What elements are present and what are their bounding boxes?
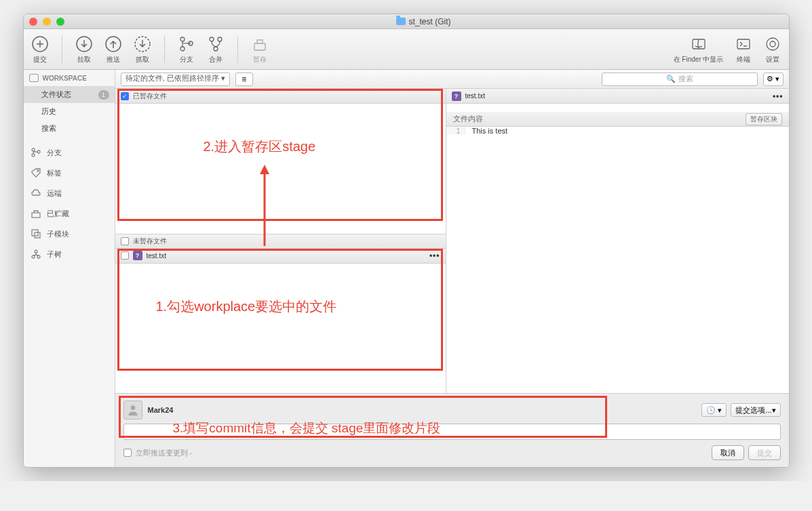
close-icon[interactable] bbox=[29, 18, 37, 26]
diff-file-header: ? test.txt ••• bbox=[446, 89, 789, 104]
sub-toolbar: 待定的文件, 已依照路径排序 ▾ ≡ 🔍 搜索 ⚙ ▾ bbox=[115, 70, 789, 89]
finder-icon bbox=[690, 35, 708, 53]
pull-button[interactable]: 拉取 bbox=[75, 35, 94, 64]
commit-button[interactable]: 提交 bbox=[748, 445, 781, 460]
line-number: 1 bbox=[446, 127, 465, 135]
pull-label: 拉取 bbox=[77, 55, 91, 64]
svg-rect-23 bbox=[35, 232, 40, 238]
svg-marker-28 bbox=[260, 165, 269, 174]
show-in-finder-button[interactable]: 在 Finder 中显示 bbox=[674, 35, 724, 64]
diff-file-icon: ? bbox=[452, 91, 461, 101]
stage-hunk-button[interactable]: 暂存区块 bbox=[746, 113, 782, 125]
view-settings-button[interactable]: ⚙ ▾ bbox=[763, 73, 784, 86]
svg-point-6 bbox=[180, 37, 185, 41]
staged-header: 已暂存文件 bbox=[115, 89, 446, 104]
commit-button[interactable]: 提交 bbox=[31, 35, 50, 64]
sidebar-item-subtrees[interactable]: 子树 bbox=[24, 244, 115, 264]
window-title: st_test (Git) bbox=[64, 17, 784, 26]
branch-label: 分支 bbox=[180, 55, 193, 64]
commit-author: Mark24 bbox=[148, 406, 174, 414]
diff-body: 1 This is test bbox=[446, 127, 789, 393]
annotation-2: 2.进入暂存区stage bbox=[204, 138, 316, 156]
sidebar-item-stashes[interactable]: 已贮藏 bbox=[24, 203, 115, 224]
sidebar-item-branches[interactable]: 分支 bbox=[24, 142, 115, 163]
file-name: test.txt bbox=[147, 252, 166, 260]
svg-point-26 bbox=[37, 256, 40, 258]
view-mode-button[interactable]: ≡ bbox=[235, 73, 253, 86]
svg-point-11 bbox=[214, 47, 218, 51]
sort-dropdown[interactable]: 待定的文件, 已依照路径排序 ▾ bbox=[121, 73, 230, 86]
cancel-button[interactable]: 取消 bbox=[712, 445, 744, 460]
merge-label: 合并 bbox=[209, 55, 223, 64]
svg-point-9 bbox=[210, 37, 214, 41]
settings-button[interactable]: 设置 bbox=[763, 35, 782, 64]
svg-point-24 bbox=[35, 250, 37, 253]
folder-icon bbox=[396, 18, 406, 25]
staged-checkbox[interactable] bbox=[121, 92, 129, 100]
svg-rect-14 bbox=[737, 39, 750, 49]
diff-pane: ? test.txt ••• 文件内容 暂存区块 1 This is test bbox=[446, 89, 789, 393]
push-immediately-checkbox[interactable]: 立即推送变更到 - bbox=[123, 448, 193, 458]
sidebar-item-submodules[interactable]: 子模块 bbox=[24, 224, 115, 244]
diff-content-label: 文件内容 bbox=[453, 114, 483, 124]
unstaged-header: 未暂存文件 bbox=[115, 234, 446, 249]
app-window: st_test (Git) 提交 拉取 推送 抓取 bbox=[23, 14, 790, 468]
branch-icon bbox=[178, 35, 195, 53]
file-more-button[interactable]: ••• bbox=[429, 251, 440, 260]
minimize-icon[interactable] bbox=[43, 18, 51, 26]
title-text: st_test (Git) bbox=[408, 17, 450, 26]
svg-point-20 bbox=[37, 170, 39, 171]
sidebar-item-file-status[interactable]: 文件状态 1 bbox=[24, 86, 115, 103]
sidebar-item-tags[interactable]: 标签 bbox=[24, 163, 115, 183]
svg-point-7 bbox=[180, 47, 185, 51]
workspace-icon bbox=[29, 74, 39, 82]
sidebar-item-search[interactable]: 搜索 bbox=[24, 120, 115, 137]
push-icon bbox=[104, 35, 122, 53]
maximize-icon[interactable] bbox=[56, 18, 64, 26]
svg-rect-21 bbox=[32, 213, 40, 218]
commit-message-input[interactable] bbox=[123, 424, 781, 440]
stash-button[interactable]: 暂存 bbox=[250, 35, 269, 64]
sidebar-item-history[interactable]: 历史 bbox=[24, 103, 115, 120]
diff-file-name: test.txt bbox=[465, 92, 485, 100]
svg-point-25 bbox=[32, 256, 35, 258]
search-input[interactable]: 🔍 搜索 bbox=[602, 73, 758, 86]
titlebar: st_test (Git) bbox=[24, 14, 789, 29]
fetch-button[interactable]: 抓取 bbox=[133, 35, 152, 64]
commit-area: Mark24 🕓 ▾ 提交选项... ▾ 3.填写commit信息，会提交 st… bbox=[115, 393, 789, 467]
status-badge: 1 bbox=[98, 90, 109, 100]
submodules-icon bbox=[31, 228, 41, 239]
commit-options-button[interactable]: 提交选项... ▾ bbox=[731, 403, 780, 417]
search-icon: 🔍 bbox=[666, 75, 676, 83]
sidebar-item-remotes[interactable]: 远端 bbox=[24, 183, 115, 203]
terminal-label: 终端 bbox=[737, 55, 750, 64]
svg-rect-12 bbox=[254, 43, 265, 50]
merge-button[interactable]: 合并 bbox=[206, 35, 225, 64]
avatar bbox=[123, 401, 142, 420]
history-dropdown-button[interactable]: 🕓 ▾ bbox=[701, 403, 727, 417]
sidebar: WORKSPACE 文件状态 1 历史 搜索 分支 标签 远端 bbox=[24, 70, 115, 467]
file-checkbox[interactable] bbox=[121, 251, 129, 260]
unstaged-checkbox[interactable] bbox=[121, 237, 129, 245]
pull-icon bbox=[75, 35, 93, 53]
push-button[interactable]: 推送 bbox=[104, 35, 123, 64]
branch-button[interactable]: 分支 bbox=[177, 35, 196, 64]
merge-icon bbox=[207, 35, 225, 53]
file-row[interactable]: ? test.txt ••• bbox=[115, 249, 446, 264]
finder-label: 在 Finder 中显示 bbox=[674, 55, 724, 64]
diff-toolbar: 文件内容 暂存区块 bbox=[446, 112, 789, 127]
fetch-label: 抓取 bbox=[136, 55, 149, 64]
fetch-icon bbox=[134, 35, 151, 53]
svg-point-16 bbox=[767, 38, 779, 50]
diff-line[interactable]: 1 This is test bbox=[446, 127, 789, 135]
file-status-icon: ? bbox=[133, 251, 142, 260]
file-list-pane: 已暂存文件 2.进入暂存区stage 未暂存文件 ? bbox=[115, 89, 446, 393]
line-text: This is test bbox=[465, 127, 508, 135]
commit-icon bbox=[31, 35, 49, 53]
push-label: 推送 bbox=[107, 55, 120, 64]
commit-label: 提交 bbox=[33, 55, 47, 64]
diff-more-button[interactable]: ••• bbox=[773, 91, 784, 101]
svg-point-15 bbox=[770, 41, 775, 47]
terminal-button[interactable]: 终端 bbox=[734, 35, 753, 64]
unstaged-files-area: 1.勾选workplace要选中的文件 bbox=[115, 264, 446, 394]
